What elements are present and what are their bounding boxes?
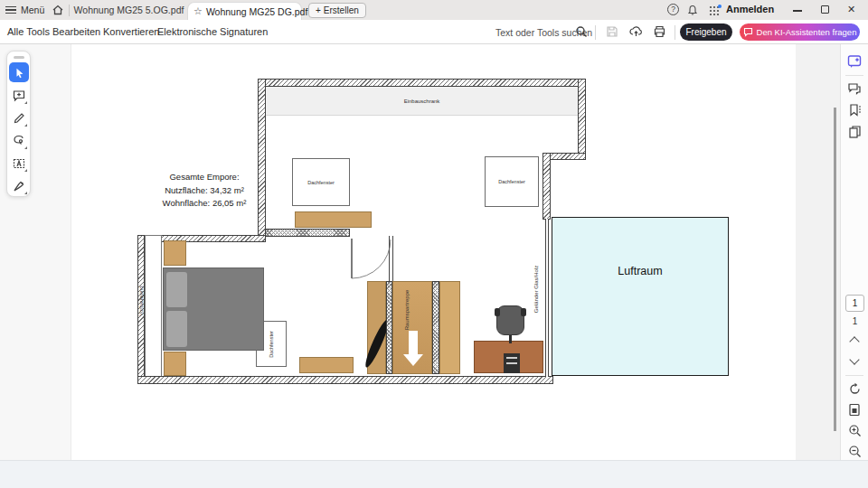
zoom-out-button[interactable] bbox=[846, 443, 863, 459]
desk-equipment bbox=[504, 353, 520, 373]
menu-e-signaturen[interactable]: Elektronische Signaturen bbox=[157, 26, 268, 37]
space-saving-stairs: Raumspartreppe bbox=[392, 281, 432, 374]
notifications-bell-icon[interactable] bbox=[687, 5, 698, 16]
acrobat-title-bar: Menü Wohnung MG25 5.OG.pdf ☆ Wohnung MG2… bbox=[0, 0, 868, 20]
raumspartreppe-label: Raumspartreppe bbox=[404, 290, 410, 331]
windows-taskbar: Suche 17: bbox=[0, 460, 868, 488]
pencil-icon bbox=[13, 112, 25, 125]
draw-tool-button[interactable] bbox=[9, 108, 29, 128]
select-tool-button[interactable] bbox=[9, 62, 29, 82]
apps-grid-icon[interactable] bbox=[709, 5, 722, 16]
wall-bottom bbox=[137, 376, 553, 384]
next-page-button[interactable] bbox=[849, 354, 859, 364]
dachfenster-label: Dachfenster bbox=[269, 331, 274, 358]
search-icon[interactable] bbox=[575, 25, 588, 38]
right-tool-panel: 1 1 bbox=[840, 44, 868, 460]
help-icon[interactable]: ? bbox=[667, 4, 679, 15]
lasso-tool-button[interactable] bbox=[9, 131, 29, 151]
submenu-indicator bbox=[24, 101, 27, 104]
window-close-icon[interactable]: ✕ bbox=[847, 4, 855, 15]
built-in-closet: Einbauschrank bbox=[266, 87, 578, 116]
tab-wohnung-5og[interactable]: Wohnung MG25 5.OG.pdf bbox=[72, 0, 185, 20]
menu-label: Menü bbox=[21, 5, 44, 15]
air-space: Luftraum bbox=[552, 217, 729, 376]
menu-alle-tools[interactable]: Alle Tools bbox=[7, 26, 50, 37]
annotation-line-3: Wohnfläche: 26,05 m² bbox=[147, 197, 261, 211]
print-icon[interactable] bbox=[653, 25, 666, 38]
ai-assistant-button[interactable]: Den KI-Assistenten fragen bbox=[740, 23, 860, 41]
rotate-page-button[interactable] bbox=[846, 380, 863, 397]
chair-armrest bbox=[521, 308, 526, 316]
palette-drag-handle[interactable] bbox=[14, 56, 24, 59]
divider bbox=[845, 375, 863, 376]
lasso-icon bbox=[13, 135, 25, 147]
menu-button[interactable]: Menü bbox=[5, 3, 44, 17]
hamburger-icon bbox=[5, 6, 16, 14]
comments-icon bbox=[847, 81, 862, 96]
text-box-icon bbox=[13, 157, 25, 170]
previous-page-button[interactable] bbox=[849, 336, 859, 346]
stairs-divider-wall bbox=[432, 281, 439, 374]
page-number-input[interactable]: 1 bbox=[845, 295, 864, 312]
window-maximize-icon[interactable] bbox=[821, 5, 829, 14]
cloud-upload-icon[interactable] bbox=[629, 25, 643, 38]
page-view-button[interactable] bbox=[846, 401, 863, 418]
rotate-icon bbox=[848, 382, 862, 396]
sign-in-button[interactable]: Anmelden bbox=[726, 4, 774, 14]
submenu-indicator bbox=[24, 146, 27, 149]
luftraum-label: Luftraum bbox=[618, 265, 662, 277]
bookmarks-panel-button[interactable] bbox=[846, 102, 863, 118]
home-icon[interactable] bbox=[52, 4, 64, 16]
pdf-page: Einbauschrank Gesamte Empore: Nutzfläche… bbox=[71, 44, 796, 460]
bed bbox=[163, 267, 264, 351]
save-icon[interactable] bbox=[606, 25, 618, 38]
comment-tool-button[interactable] bbox=[9, 86, 29, 106]
menu-bearbeiten[interactable]: Bearbeiten bbox=[52, 26, 100, 37]
vorbauwand-label: Vorbauwand bbox=[138, 286, 144, 315]
wall-closet-right bbox=[578, 79, 586, 156]
pages-panel-button[interactable] bbox=[846, 124, 863, 140]
page-view-icon bbox=[848, 403, 861, 417]
window-minimize-icon[interactable] bbox=[793, 10, 802, 12]
dachfenster-label: Dachfenster bbox=[498, 179, 525, 184]
submenu-indicator bbox=[24, 169, 27, 172]
page-total: 1 bbox=[845, 316, 864, 326]
zoom-out-icon bbox=[848, 445, 862, 458]
share-button[interactable]: Freigeben bbox=[680, 23, 732, 41]
divider bbox=[595, 25, 596, 40]
desk bbox=[474, 341, 543, 373]
vertical-scrollbar[interactable] bbox=[834, 108, 836, 431]
fill-sign-tool-button[interactable] bbox=[9, 176, 29, 196]
comments-panel-button[interactable] bbox=[846, 80, 863, 97]
zoom-in-icon bbox=[848, 424, 862, 437]
dachfenster-label: Dachfenster bbox=[307, 180, 335, 185]
star-icon[interactable]: ☆ bbox=[193, 6, 203, 16]
wardrobe bbox=[439, 281, 460, 374]
divider bbox=[845, 75, 863, 76]
pillow bbox=[166, 272, 187, 307]
ai-assistant-panel-button[interactable] bbox=[846, 53, 863, 70]
text-box-tool-button[interactable] bbox=[9, 154, 29, 174]
tab-wohnung-dg[interactable]: ☆ Wohnung MG25 DG.pdf ✕ bbox=[187, 2, 302, 20]
active-tab-label: Wohnung MG25 DG.pdf bbox=[206, 6, 307, 17]
ai-button-label: Den KI-Assistenten fragen bbox=[757, 27, 857, 37]
zoom-in-button[interactable] bbox=[846, 422, 863, 438]
create-button[interactable]: + Erstellen bbox=[308, 3, 366, 18]
acrobat-toolbar: Alle Tools Bearbeiten Konvertieren Elekt… bbox=[0, 20, 868, 44]
direction-arrow-head bbox=[403, 354, 423, 366]
document-gutter bbox=[796, 44, 840, 460]
quick-tools-palette bbox=[6, 51, 31, 197]
wall-top bbox=[258, 79, 586, 87]
nightstand-top bbox=[164, 240, 186, 266]
ai-sparkle-bubble-icon bbox=[847, 54, 863, 70]
menu-konvertieren[interactable]: Konvertieren bbox=[103, 26, 159, 37]
plus-icon: + bbox=[316, 5, 321, 15]
ai-chat-icon bbox=[743, 27, 753, 37]
nightstand-bottom bbox=[164, 352, 186, 376]
wall-right bbox=[542, 153, 551, 220]
einbauschrank-label: Einbauschrank bbox=[404, 99, 440, 104]
notification-dot bbox=[718, 5, 722, 8]
chair-armrest bbox=[495, 308, 500, 316]
vorbauwand-cavity bbox=[145, 235, 162, 384]
left-tool-strip bbox=[0, 44, 71, 460]
